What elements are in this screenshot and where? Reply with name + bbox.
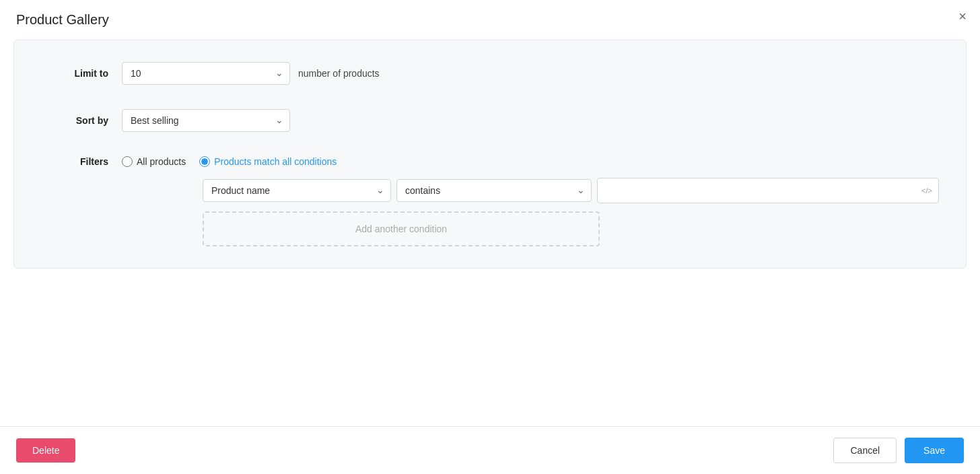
conditions-option[interactable]: Products match all conditions <box>199 156 337 167</box>
condition-rows: Product name Product type Product tag Pr… <box>203 178 939 246</box>
limit-to-label: Limit to <box>41 68 108 79</box>
add-condition-button[interactable]: Add another condition <box>203 211 600 246</box>
condition-value-wrapper <box>597 178 939 203</box>
filters-section: Filters All products Products match all … <box>41 156 939 246</box>
settings-card: Limit to 5 10 20 50 100 number of produc… <box>13 40 967 269</box>
conditions-radio[interactable] <box>199 156 210 167</box>
page-title: Product Gallery <box>0 0 980 40</box>
sort-by-row: Sort by Best selling Price: Low to High … <box>41 109 939 132</box>
all-products-label: All products <box>137 156 186 167</box>
close-button[interactable]: × <box>958 9 967 23</box>
save-button[interactable]: Save <box>905 438 964 463</box>
conditions-label: Products match all conditions <box>214 156 337 167</box>
limit-select[interactable]: 5 10 20 50 100 <box>122 62 290 85</box>
limit-to-row: Limit to 5 10 20 50 100 number of produc… <box>41 62 939 85</box>
all-products-radio[interactable] <box>122 156 133 167</box>
sort-by-label: Sort by <box>41 115 108 126</box>
condition-operator-select[interactable]: contains does not contain is equal to is… <box>396 179 592 202</box>
delete-button[interactable]: Delete <box>16 438 75 463</box>
sort-select[interactable]: Best selling Price: Low to High Price: H… <box>122 109 290 132</box>
condition-row: Product name Product type Product tag Pr… <box>203 178 939 203</box>
footer: Delete Cancel Save <box>0 426 980 474</box>
sort-select-wrapper: Best selling Price: Low to High Price: H… <box>122 109 290 132</box>
condition-field-wrapper: Product name Product type Product tag Pr… <box>203 179 391 202</box>
footer-actions: Cancel Save <box>833 438 964 463</box>
condition-operator-wrapper: contains does not contain is equal to is… <box>396 179 592 202</box>
filters-label: Filters <box>41 156 108 167</box>
condition-field-select[interactable]: Product name Product type Product tag Pr… <box>203 179 391 202</box>
filter-radio-group: All products Products match all conditio… <box>122 156 939 167</box>
unit-label: number of products <box>298 68 380 79</box>
all-products-option[interactable]: All products <box>122 156 186 167</box>
cancel-button[interactable]: Cancel <box>833 438 897 463</box>
limit-select-wrapper: 5 10 20 50 100 <box>122 62 290 85</box>
condition-value-input[interactable] <box>597 178 939 203</box>
